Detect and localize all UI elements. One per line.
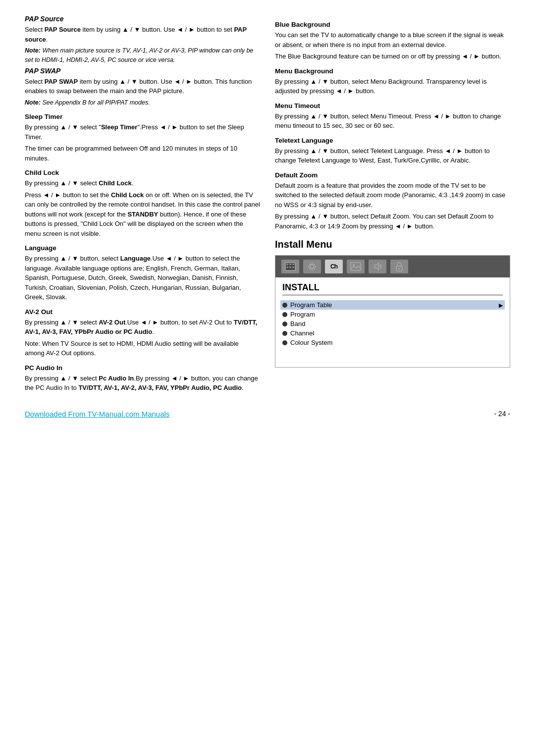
band-label: Band: [290, 320, 305, 327]
sleep-timer-p2: The timer can be programmed between Off …: [25, 144, 260, 163]
footer: Downloaded From TV-Manual.com Manuals - …: [25, 410, 510, 418]
menu-background-title: Menu Background: [275, 67, 510, 75]
install-item-channel[interactable]: Channel: [282, 328, 503, 338]
svg-rect-1: [286, 264, 288, 265]
svg-point-11: [315, 266, 317, 268]
menu-timeout-p1: By pressing ▲ / ▼ button, select Menu Ti…: [275, 111, 510, 131]
section-menu-timeout: Menu Timeout By pressing ▲ / ▼ button, s…: [275, 102, 510, 131]
av2-out-p2: Note: When TV Source is set to HDMI, HDM…: [25, 339, 260, 358]
section-av2-out: AV-2 Out By pressing ▲ / ▼ select AV-2 O…: [25, 308, 260, 358]
menu-background-p1: By pressing ▲ / ▼ button, select Menu Ba…: [275, 77, 510, 96]
section-teletext-language: Teletext Language By pressing ▲ / ▼ butt…: [275, 137, 510, 165]
section-pap-source: PAP Source Select PAP Source item by usi…: [25, 15, 260, 65]
pc-audio-in-p1: By pressing ▲ / ▼ select Pc Audio In.By …: [25, 374, 260, 393]
program-table-label: Program Table: [290, 301, 332, 309]
default-zoom-p1: Default zoom is a feature that provides …: [275, 181, 510, 210]
footer-link[interactable]: Downloaded From TV-Manual.com Manuals: [25, 410, 169, 418]
section-sleep-timer: Sleep Timer By pressing ▲ / ▼ select "Sl…: [25, 113, 260, 163]
av2-out-p1: By pressing ▲ / ▼ select AV-2 Out.Use ◄ …: [25, 318, 260, 337]
language-title: Language: [25, 244, 260, 252]
svg-point-12: [309, 264, 311, 265]
pap-swap-note: Note: See Appendix B for all PIP/PAT mod…: [25, 98, 260, 108]
program-table-arrow: [499, 301, 503, 309]
svg-rect-3: [292, 264, 294, 265]
pc-audio-in-title: PC Audio In: [25, 364, 260, 372]
child-lock-p2: Press ◄ / ► button to set the Child Lock…: [25, 190, 260, 239]
blue-background-title: Blue Background: [275, 21, 510, 28]
section-pap-swap: PAP SWAP Select PAP SWAP item by using ▲…: [25, 67, 260, 108]
section-install-menu: Install Menu Ch: [275, 239, 510, 368]
menu-icon-4: [347, 260, 365, 273]
menu-spacer: [282, 347, 503, 362]
section-menu-background: Menu Background By pressing ▲ / ▼ button…: [275, 67, 510, 96]
install-item-band[interactable]: Band: [282, 319, 503, 328]
svg-point-7: [310, 265, 314, 269]
sleep-timer-title: Sleep Timer: [25, 113, 260, 120]
svg-rect-6: [292, 267, 294, 268]
svg-point-20: [399, 268, 400, 270]
menu-icon-5: [369, 260, 386, 273]
section-pc-audio-in: PC Audio In By pressing ▲ / ▼ select Pc …: [25, 364, 260, 393]
left-column: PAP Source Select PAP Source item by usi…: [25, 15, 260, 395]
install-menu-icons-bar: Ch: [275, 256, 510, 277]
svg-rect-5: [289, 267, 291, 268]
svg-rect-2: [289, 264, 291, 265]
section-language: Language By pressing ▲ / ▼ button, selec…: [25, 244, 260, 302]
right-column: Blue Background You can set the TV to au…: [275, 15, 510, 395]
svg-point-9: [312, 270, 313, 271]
program-label: Program: [290, 311, 315, 318]
page: PAP Source Select PAP Source item by usi…: [25, 15, 510, 418]
svg-point-14: [314, 264, 315, 265]
menu-icon-3: Ch: [325, 260, 343, 273]
bullet-program: [282, 312, 287, 317]
child-lock-p1: By pressing ▲ / ▼ select Child Lock.: [25, 178, 260, 188]
svg-rect-4: [286, 267, 288, 268]
section-blue-background: Blue Background You can set the TV to au…: [275, 21, 510, 61]
install-item-program[interactable]: Program: [282, 310, 503, 319]
colour-system-label: Colour System: [290, 339, 332, 346]
blue-background-p1: You can set the TV to automatically chan…: [275, 30, 510, 50]
svg-point-8: [312, 263, 313, 264]
columns-container: PAP Source Select PAP Source item by usi…: [25, 15, 510, 395]
blue-background-p2: The Blue Background feature can be turne…: [275, 52, 510, 61]
menu-icon-2: [303, 260, 321, 273]
install-item-program-table[interactable]: Program Table: [280, 300, 505, 310]
pap-source-note: Note: When main picture source is TV, AV…: [25, 46, 260, 65]
pap-swap-p1: Select PAP SWAP item by using ▲ / ▼ butt…: [25, 77, 260, 96]
svg-point-13: [314, 268, 315, 270]
child-lock-title: Child Lock: [25, 169, 260, 176]
sleep-timer-p1: By pressing ▲ / ▼ select "Sleep Timer".P…: [25, 122, 260, 142]
section-child-lock: Child Lock By pressing ▲ / ▼ select Chil…: [25, 169, 260, 238]
menu-icon-1: [281, 260, 299, 273]
install-menu-title: Install Menu: [275, 239, 510, 250]
svg-point-15: [309, 268, 311, 270]
install-item-colour-system[interactable]: Colour System: [282, 338, 503, 347]
menu-timeout-title: Menu Timeout: [275, 102, 510, 109]
bullet-colour-system: [282, 340, 287, 345]
channel-label: Channel: [290, 329, 314, 337]
section-default-zoom: Default Zoom Default zoom is a feature t…: [275, 171, 510, 231]
default-zoom-title: Default Zoom: [275, 171, 510, 179]
pap-source-title: PAP Source: [25, 15, 260, 23]
teletext-language-title: Teletext Language: [275, 137, 510, 144]
bullet-band: [282, 322, 287, 326]
svg-point-10: [308, 266, 310, 268]
default-zoom-p2: By pressing ▲ / ▼ button, select Default…: [275, 212, 510, 231]
svg-marker-18: [374, 263, 378, 270]
teletext-language-p1: By pressing ▲ / ▼ button, select Teletex…: [275, 146, 510, 165]
install-menu-box: Ch: [275, 255, 510, 368]
pap-source-p1: Select PAP Source item by using ▲ / ▼ bu…: [25, 25, 260, 44]
bullet-channel: [282, 331, 287, 336]
footer-page-number: - 24 -: [494, 410, 510, 418]
install-menu-content: INSTALL Program Table: [275, 277, 510, 367]
bullet-program-table: [282, 303, 287, 308]
language-p1: By pressing ▲ / ▼ button, select Languag…: [25, 254, 260, 302]
pap-swap-title: PAP SWAP: [25, 67, 260, 75]
install-menu-header: INSTALL: [282, 282, 503, 295]
menu-icon-6: [390, 260, 408, 273]
av2-out-title: AV-2 Out: [25, 308, 260, 316]
